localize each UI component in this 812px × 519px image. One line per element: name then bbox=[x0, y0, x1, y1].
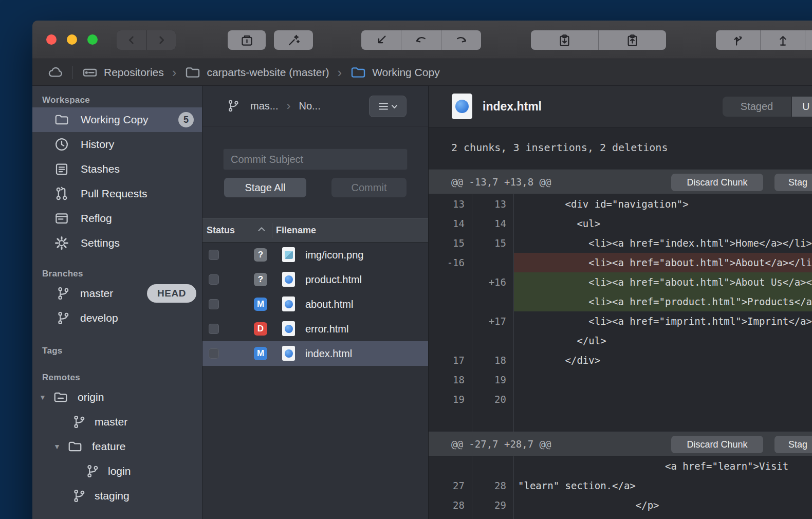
filename-column-header[interactable]: Filename bbox=[276, 219, 316, 242]
code-text: <li><a href="product.html">Products</a><… bbox=[514, 292, 812, 311]
diff-chunk-2-lines: <a href="learn">Visit 27 28 "learn" sect… bbox=[429, 456, 812, 519]
minimize-window-button[interactable] bbox=[67, 34, 77, 45]
status-column-header[interactable]: Status bbox=[207, 219, 235, 242]
file-row-index-html[interactable]: M index.html bbox=[202, 341, 428, 366]
stage-chunk-button[interactable]: Stag bbox=[774, 174, 812, 191]
push-button[interactable] bbox=[441, 30, 481, 50]
sidebar-item-label: Pull Requests bbox=[81, 188, 147, 200]
back-button[interactable] bbox=[117, 30, 146, 50]
sort-ascending-icon[interactable] bbox=[256, 224, 267, 235]
path-branch-label[interactable]: mas... bbox=[250, 100, 278, 112]
branch-toolbar-button[interactable] bbox=[716, 30, 760, 50]
sidebar-item-pull-requests[interactable]: Pull Requests bbox=[32, 181, 202, 206]
tags-section-header[interactable]: Tags bbox=[32, 344, 202, 358]
magic-wand-button[interactable] bbox=[274, 30, 313, 50]
old-line-number: -16 bbox=[429, 253, 472, 272]
file-row-img-icon-png[interactable]: ? img/icon.png bbox=[202, 243, 428, 267]
old-line-number bbox=[429, 331, 472, 350]
column-divider[interactable] bbox=[272, 223, 272, 238]
branch-actions-group bbox=[361, 30, 481, 50]
old-line-number: 15 bbox=[429, 233, 472, 253]
sidebar-remote-feature-folder[interactable]: ▼ feature bbox=[32, 434, 202, 459]
window-titlebar bbox=[32, 21, 812, 59]
git-branch-icon bbox=[85, 464, 100, 478]
new-line-number bbox=[472, 456, 513, 476]
sidebar-remote-master[interactable]: master bbox=[32, 410, 202, 434]
cloud-icon[interactable] bbox=[47, 64, 64, 81]
list-view-caret-icon bbox=[377, 100, 399, 113]
reflog-journal-icon bbox=[54, 211, 69, 226]
stage-checkbox[interactable] bbox=[209, 348, 219, 359]
discard-chunk-button[interactable]: Discard Chunk bbox=[671, 174, 763, 191]
diff-summary: 2 chunks, 3 insertions, 2 deletions bbox=[429, 127, 812, 170]
html-file-icon bbox=[282, 272, 295, 287]
chevron-left-icon bbox=[126, 34, 137, 46]
workspace-section-header: Workspace bbox=[32, 93, 202, 107]
sidebar-remote-login[interactable]: login bbox=[32, 459, 202, 484]
diff-line-added: <li><a href="product.html">Products</a><… bbox=[429, 292, 812, 311]
file-row-about-html[interactable]: M about.html bbox=[202, 292, 428, 317]
diff-chunk-1-lines: 13 13 <div id="navigation"> 14 14 <ul> 1… bbox=[429, 194, 812, 432]
gutter-divider bbox=[472, 194, 472, 432]
sidebar-branch-develop[interactable]: develop bbox=[32, 306, 202, 330]
diff-line: 17 18 </div> bbox=[429, 350, 812, 370]
commit-toolbar-button[interactable] bbox=[228, 30, 266, 50]
file-row-error-html[interactable]: D error.html bbox=[202, 317, 428, 341]
sidebar-item-settings[interactable]: Settings bbox=[32, 231, 202, 255]
new-line-number: 15 bbox=[472, 233, 513, 253]
stage-chunk-button[interactable]: Stag bbox=[774, 436, 812, 453]
stage-checkbox[interactable] bbox=[209, 299, 219, 309]
breadcrumb-working-copy[interactable]: Working Copy bbox=[350, 64, 440, 81]
close-window-button[interactable] bbox=[46, 34, 57, 45]
path-node-label[interactable]: No... bbox=[299, 100, 320, 112]
unstaged-tab[interactable]: U bbox=[792, 97, 812, 117]
pull-button[interactable] bbox=[401, 30, 441, 50]
zoom-window-button[interactable] bbox=[87, 34, 98, 45]
html-file-icon bbox=[282, 321, 295, 336]
view-options-dropdown[interactable] bbox=[369, 96, 407, 117]
sidebar-item-label: Stashes bbox=[81, 163, 120, 175]
old-line-number: 28 bbox=[429, 495, 472, 515]
remote-branch-label: master bbox=[95, 416, 127, 428]
status-badge-modified: M bbox=[254, 298, 267, 311]
code-text: "learn" section.</a> bbox=[514, 476, 812, 495]
discard-chunk-button[interactable]: Discard Chunk bbox=[671, 436, 763, 453]
sidebar-item-history[interactable]: History bbox=[32, 132, 202, 157]
commit-button[interactable]: Commit bbox=[331, 178, 407, 197]
sidebar-remote-staging[interactable]: staging bbox=[32, 484, 202, 508]
sidebar-item-working-copy[interactable]: Working Copy 5 bbox=[32, 107, 202, 132]
checkout-button[interactable] bbox=[361, 30, 401, 50]
file-row-product-html[interactable]: ? product.html bbox=[202, 267, 428, 292]
more-toolbar-button[interactable] bbox=[805, 30, 812, 50]
forward-button[interactable] bbox=[146, 30, 176, 50]
sidebar-item-label: Reflog bbox=[81, 212, 112, 225]
sidebar-remote-origin[interactable]: ▼ origin bbox=[32, 385, 202, 410]
sidebar-branch-master[interactable]: master HEAD bbox=[32, 281, 202, 306]
stage-all-button[interactable]: Stage All bbox=[224, 178, 306, 197]
diff-line: +17 <li><a href="imprint.html">Imprint</… bbox=[429, 311, 812, 331]
sidebar-item-stashes[interactable]: Stashes bbox=[32, 157, 202, 181]
disclosure-triangle-icon[interactable]: ▼ bbox=[39, 393, 47, 401]
breadcrumb-repository[interactable]: carparts-website (master) bbox=[184, 64, 329, 81]
old-line-number bbox=[429, 456, 472, 476]
head-badge: HEAD bbox=[147, 284, 196, 303]
breadcrumb: Repositories › carparts-website (master)… bbox=[32, 59, 812, 86]
code-text bbox=[514, 370, 812, 390]
stash-button[interactable] bbox=[531, 30, 598, 50]
stage-checkbox[interactable] bbox=[209, 324, 219, 334]
file-name: about.html bbox=[305, 292, 353, 317]
stage-checkbox[interactable] bbox=[209, 274, 219, 285]
old-line-number bbox=[429, 311, 472, 331]
stage-checkbox[interactable] bbox=[209, 250, 219, 260]
merge-toolbar-button[interactable] bbox=[761, 30, 805, 50]
disclosure-triangle-icon[interactable]: ▼ bbox=[53, 442, 61, 451]
breadcrumb-repositories[interactable]: Repositories bbox=[82, 64, 164, 81]
sidebar-item-reflog[interactable]: Reflog bbox=[32, 206, 202, 231]
remotes-section-header[interactable]: Remotes bbox=[32, 370, 202, 385]
diff-line: <a href="learn">Visit bbox=[429, 456, 812, 476]
diff-file-header: index.html Staged U bbox=[429, 86, 812, 127]
working-copy-folder-icon bbox=[350, 64, 366, 81]
commit-subject-input[interactable] bbox=[223, 149, 408, 170]
unstash-button[interactable] bbox=[599, 30, 666, 50]
staged-tab[interactable]: Staged bbox=[723, 97, 791, 117]
